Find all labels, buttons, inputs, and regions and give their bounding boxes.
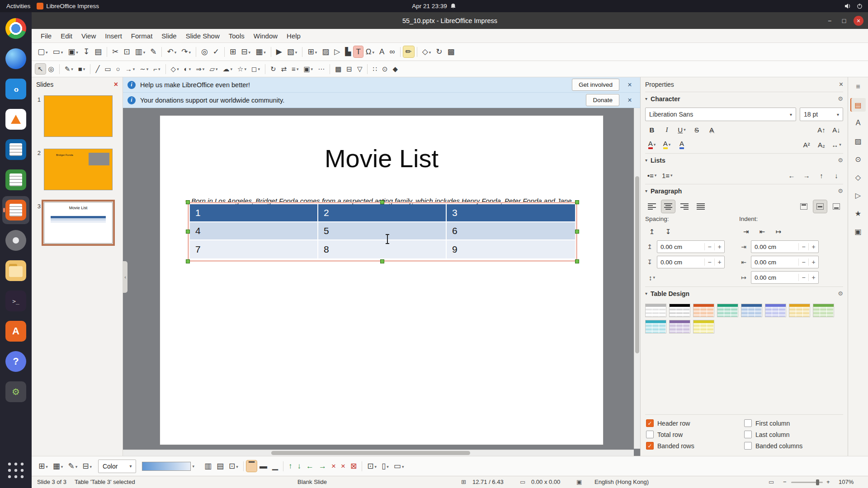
- slide-layout-name[interactable]: Blank Slide: [297, 479, 327, 485]
- first-line-indent-field[interactable]: 0.00 cm − +: [751, 271, 819, 284]
- open-button[interactable]: ▭ ▾: [51, 46, 66, 57]
- split-cells-button[interactable]: ▤: [214, 460, 226, 472]
- superscript-button[interactable]: A²: [800, 138, 813, 151]
- dropdown-arrow-icon[interactable]: ▾: [402, 464, 404, 470]
- dropdown-arrow-icon[interactable]: ▾: [230, 66, 232, 72]
- dropdown-arrow-icon[interactable]: ▾: [61, 50, 63, 56]
- decrease-paragraph-spacing-button[interactable]: ↧: [661, 225, 675, 238]
- navigator-tab[interactable]: ⊙: [850, 152, 866, 166]
- dropdown-arrow-icon[interactable]: ▾: [192, 464, 194, 469]
- shadow-toggle-button[interactable]: ▩: [333, 64, 344, 74]
- slide-3-preview[interactable]: Movie List: [44, 202, 113, 244]
- spacing-above-field[interactable]: 0.00 cm − +: [657, 240, 725, 253]
- section-settings-icon[interactable]: ⚙: [838, 95, 843, 102]
- language-status[interactable]: English (Hong Kong): [594, 479, 649, 485]
- menu-item[interactable]: View: [77, 30, 100, 42]
- show-draw-functions-button[interactable]: ✏: [403, 46, 414, 57]
- select-table-button[interactable]: ⊡ ▾: [365, 460, 379, 472]
- table-cell[interactable]: 8: [318, 240, 447, 259]
- decrement-button[interactable]: −: [704, 243, 714, 250]
- indent-after-field[interactable]: 0.00 cm − +: [751, 256, 819, 268]
- dropdown-arrow-icon[interactable]: ▾: [175, 50, 177, 56]
- slide-1-preview[interactable]: [44, 95, 113, 137]
- menu-item[interactable]: File: [36, 30, 56, 42]
- print-button[interactable]: ▤: [92, 46, 104, 57]
- dropdown-arrow-icon[interactable]: ▾: [83, 66, 85, 72]
- decrement-button[interactable]: −: [798, 258, 808, 266]
- fontwork-button[interactable]: A: [377, 46, 387, 57]
- dropdown-arrow-icon[interactable]: ▾: [90, 464, 92, 470]
- banded-rows-checkbox[interactable]: ✓ Banded rows: [646, 442, 744, 450]
- font-size-combobox[interactable]: 18 pt ▾: [800, 108, 843, 121]
- select-button[interactable]: ↖: [35, 64, 46, 74]
- header-row-checkbox[interactable]: ✓ Header row: [646, 419, 744, 427]
- first-column-checkbox[interactable]: First column: [744, 419, 842, 427]
- table-style-8[interactable]: [813, 304, 834, 317]
- table-cell[interactable]: 9: [447, 240, 575, 259]
- dropdown-arrow-icon[interactable]: ▾: [297, 66, 299, 72]
- dock-item-files[interactable]: [2, 257, 29, 285]
- vertical-scrollbar-thumb[interactable]: [635, 176, 639, 353]
- align-top-button[interactable]: [797, 200, 811, 213]
- increment-button[interactable]: +: [808, 243, 818, 250]
- clock-menu[interactable]: Apr 21 23:39: [412, 3, 456, 9]
- dropdown-arrow-icon[interactable]: ▾: [189, 66, 191, 72]
- selection-handle[interactable]: [380, 259, 384, 263]
- hanging-indent-button[interactable]: ↦: [772, 225, 785, 238]
- rotate-object-button[interactable]: ↻: [268, 64, 278, 74]
- banded-columns-checkbox[interactable]: Banded columns: [744, 442, 842, 450]
- block-arrows-button[interactable]: ⇒ ▾: [193, 64, 207, 74]
- minimize-button[interactable]: −: [825, 16, 835, 26]
- crop-image-button[interactable]: ⊟: [344, 64, 354, 74]
- table-style-7[interactable]: [789, 304, 810, 317]
- display-views-button[interactable]: ▦ ▾: [253, 46, 268, 57]
- animation-tab[interactable]: ★: [850, 206, 866, 220]
- border-style-button[interactable]: ▦ ▾: [51, 460, 66, 472]
- dock-item-chrome[interactable]: [2, 14, 29, 42]
- slide-thumbnail-2[interactable]: 2 Bridget Fonda: [34, 149, 120, 190]
- insert-line-button[interactable]: ╱: [93, 64, 102, 74]
- panel-splitter[interactable]: ‹: [123, 261, 127, 293]
- increment-button[interactable]: +: [808, 258, 818, 266]
- close-sidebar-deck-icon[interactable]: ×: [839, 80, 843, 89]
- align-bottom-button[interactable]: [830, 200, 843, 213]
- spacing-below-field[interactable]: 0.00 cm − +: [657, 256, 725, 268]
- slide-title[interactable]: Movie List: [160, 144, 603, 173]
- dropdown-arrow-icon[interactable]: ▾: [143, 50, 146, 56]
- move-up-button[interactable]: ↑: [815, 169, 828, 182]
- dropdown-arrow-icon[interactable]: ▾: [71, 66, 73, 72]
- select-row-button[interactable]: ▭ ▾: [392, 460, 406, 472]
- italic-button[interactable]: I: [660, 123, 674, 136]
- align-center-vertical-button[interactable]: [813, 200, 827, 213]
- dropdown-arrow-icon[interactable]: ▾: [684, 127, 686, 132]
- slide-body-text[interactable]: • Born in Los Angeles, Bridget Fonda com…: [185, 197, 578, 205]
- sidebar-settings-tab[interactable]: ≡: [850, 80, 866, 94]
- callout-shapes-button[interactable]: ☁ ▾: [220, 64, 235, 74]
- close-button[interactable]: ×: [854, 16, 863, 26]
- dock-item-software-center[interactable]: A: [2, 317, 29, 345]
- font-name-combobox[interactable]: Liberation Sans ▾: [645, 108, 796, 121]
- export-pdf-button[interactable]: ↧: [81, 46, 92, 57]
- horizontal-scrollbar-thumb[interactable]: [271, 451, 471, 455]
- slide-table[interactable]: 1 2 3 4 5 6 7 8 9: [190, 204, 575, 259]
- start-slideshow-button[interactable]: ▶: [274, 46, 284, 57]
- character-section-header[interactable]: ▾ Character ⚙: [645, 92, 843, 105]
- close-notification-icon[interactable]: ×: [624, 96, 636, 104]
- dock-item-firefox[interactable]: [2, 45, 29, 73]
- close-slides-panel-icon[interactable]: ×: [114, 80, 118, 89]
- paste-button[interactable]: ▥ ▾: [133, 46, 148, 57]
- dropdown-arrow-icon[interactable]: ▾: [46, 464, 48, 470]
- decrease-font-size-button[interactable]: A↓: [830, 123, 843, 136]
- horizontal-scrollbar[interactable]: [123, 450, 634, 456]
- highlighting-color-button[interactable]: A ▾: [660, 138, 674, 151]
- clone-formatting-button[interactable]: ✎: [148, 46, 159, 57]
- document-modified-icon[interactable]: ▣: [576, 479, 582, 485]
- rectangle-button[interactable]: ▭: [102, 64, 113, 74]
- dropdown-arrow-icon[interactable]: ▾: [429, 50, 431, 56]
- table-design-section-header[interactable]: ▾ Table Design ⚙: [645, 286, 843, 300]
- promote-button[interactable]: ←: [785, 169, 798, 182]
- save-button[interactable]: ▣ ▾: [66, 46, 80, 57]
- menu-item[interactable]: Format: [127, 30, 157, 42]
- dropdown-arrow-icon[interactable]: ▾: [249, 50, 251, 56]
- symbol-shapes-button[interactable]: ◐ ▾: [182, 64, 193, 74]
